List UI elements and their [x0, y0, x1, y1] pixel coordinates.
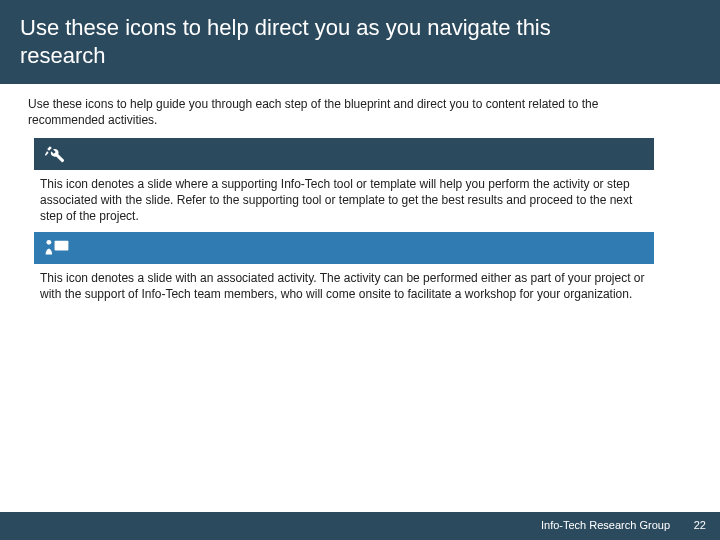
presenter-icon [44, 238, 70, 258]
tools-icon [44, 143, 66, 165]
icon-bar [34, 232, 654, 264]
section-desc: This icon denotes a slide with an associ… [34, 264, 654, 302]
footer-org: Info-Tech Research Group [541, 519, 670, 531]
icon-section-tool: This icon denotes a slide where a suppor… [34, 138, 654, 225]
intro-text: Use these icons to help guide you throug… [28, 96, 668, 128]
svg-rect-1 [55, 241, 69, 251]
section-desc: This icon denotes a slide where a suppor… [34, 170, 654, 225]
page-number: 22 [694, 519, 706, 531]
svg-point-0 [46, 240, 51, 245]
icon-bar [34, 138, 654, 170]
page-title: Use these icons to help direct you as yo… [20, 14, 620, 69]
icon-section-activity: This icon denotes a slide with an associ… [34, 232, 654, 302]
footer: Info-Tech Research Group 22 [0, 512, 720, 540]
slide: Use these icons to help direct you as yo… [0, 0, 720, 540]
